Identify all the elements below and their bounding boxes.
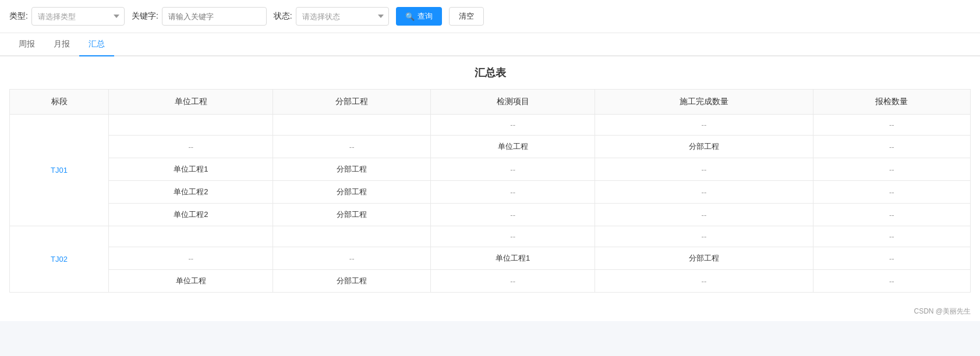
main-content: 汇总表 标段 单位工程 分部工程 检测项目 施工完成数量 报检数量 TJ01--… bbox=[0, 56, 980, 302]
table-cell: 单位工程 bbox=[109, 270, 273, 293]
col-header-detect: 检测项目 bbox=[430, 90, 595, 115]
table-cell: -- bbox=[430, 158, 595, 181]
table-cell: -- bbox=[813, 136, 970, 158]
table-cell: -- bbox=[109, 247, 273, 270]
table-row: 单位工程1分部工程------ bbox=[10, 158, 971, 181]
type-label: 类型: bbox=[9, 11, 28, 22]
clear-button[interactable]: 清空 bbox=[449, 7, 484, 26]
col-header-report: 报检数量 bbox=[813, 90, 970, 115]
table-cell: -- bbox=[430, 270, 595, 293]
col-header-sub: 分部工程 bbox=[273, 90, 430, 115]
table-cell: 分部工程 bbox=[595, 136, 813, 158]
table-cell: 单位工程2 bbox=[109, 204, 273, 226]
table-cell: -- bbox=[430, 226, 595, 247]
toolbar: 类型: 请选择类型 关键字: 状态: 请选择状态 🔍 查询 清空 bbox=[0, 0, 980, 33]
tab-bar: 周报 月报 汇总 bbox=[0, 33, 980, 56]
table-cell: 单位工程1 bbox=[430, 247, 595, 270]
footer-note: CSDN @美丽先生 bbox=[0, 302, 980, 321]
table-cell bbox=[109, 115, 273, 136]
table-cell bbox=[109, 226, 273, 247]
table-row: 单位工程2分部工程------ bbox=[10, 204, 971, 226]
table-cell: TJ02 bbox=[10, 226, 109, 293]
table-row: TJ02------ bbox=[10, 226, 971, 247]
table-cell bbox=[273, 226, 430, 247]
table-cell: -- bbox=[273, 247, 430, 270]
table-cell: 分部工程 bbox=[273, 181, 430, 204]
table-cell: -- bbox=[595, 158, 813, 181]
table-cell: -- bbox=[595, 226, 813, 247]
summary-table: 标段 单位工程 分部工程 检测项目 施工完成数量 报检数量 TJ01------… bbox=[9, 89, 971, 293]
table-cell: TJ01 bbox=[10, 115, 109, 226]
type-filter: 类型: 请选择类型 bbox=[9, 7, 125, 26]
col-header-unit: 单位工程 bbox=[109, 90, 273, 115]
table-cell: -- bbox=[430, 181, 595, 204]
col-header-section: 标段 bbox=[10, 90, 109, 115]
table-cell: 单位工程1 bbox=[109, 158, 273, 181]
col-header-complete: 施工完成数量 bbox=[595, 90, 813, 115]
table-cell: -- bbox=[109, 136, 273, 158]
table-cell: 分部工程 bbox=[273, 270, 430, 293]
table-cell: -- bbox=[595, 204, 813, 226]
table-cell: 单位工程2 bbox=[109, 181, 273, 204]
table-cell: 分部工程 bbox=[595, 247, 813, 270]
keyword-label: 关键字: bbox=[132, 11, 158, 22]
tab-monthly[interactable]: 月报 bbox=[44, 33, 79, 56]
status-label: 状态: bbox=[274, 11, 292, 22]
keyword-filter: 关键字: bbox=[132, 7, 267, 26]
table-cell: -- bbox=[595, 270, 813, 293]
table-row: 单位工程2分部工程------ bbox=[10, 181, 971, 204]
table-cell: -- bbox=[813, 158, 970, 181]
status-filter: 状态: 请选择状态 bbox=[274, 7, 389, 26]
keyword-input[interactable] bbox=[162, 7, 267, 26]
status-select[interactable]: 请选择状态 bbox=[296, 7, 389, 26]
table-cell: -- bbox=[813, 115, 970, 136]
type-select[interactable]: 请选择类型 bbox=[31, 7, 125, 26]
table-row: TJ01------ bbox=[10, 115, 971, 136]
tab-summary[interactable]: 汇总 bbox=[79, 33, 114, 56]
search-icon: 🔍 bbox=[405, 12, 415, 21]
table-cell: -- bbox=[595, 181, 813, 204]
table-row: 单位工程分部工程------ bbox=[10, 270, 971, 293]
table-cell: -- bbox=[430, 115, 595, 136]
table-cell: -- bbox=[595, 115, 813, 136]
table-cell: -- bbox=[273, 136, 430, 158]
table-header-row: 标段 单位工程 分部工程 检测项目 施工完成数量 报检数量 bbox=[10, 90, 971, 115]
table-cell bbox=[273, 115, 430, 136]
table-cell: -- bbox=[430, 204, 595, 226]
table-cell: -- bbox=[813, 226, 970, 247]
table-cell: 分部工程 bbox=[273, 204, 430, 226]
table-cell: -- bbox=[813, 181, 970, 204]
table-cell: -- bbox=[813, 270, 970, 293]
table-cell: 分部工程 bbox=[273, 158, 430, 181]
table-title: 汇总表 bbox=[9, 66, 971, 80]
table-cell: -- bbox=[813, 204, 970, 226]
tab-weekly[interactable]: 周报 bbox=[9, 33, 44, 56]
query-button[interactable]: 🔍 查询 bbox=[396, 7, 442, 26]
table-cell: 单位工程 bbox=[430, 136, 595, 158]
table-cell: -- bbox=[813, 247, 970, 270]
